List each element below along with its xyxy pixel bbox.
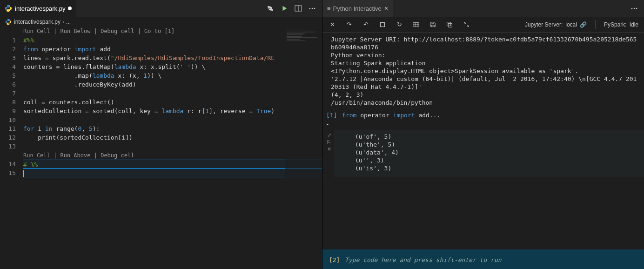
cell-1[interactable]: [1] ▸ from operator import add...: [322, 109, 644, 130]
interactive-input[interactable]: [2] Type code here and press shift-enter…: [322, 249, 644, 269]
codelens-top[interactable]: Run Cell | Run Below | Debug cell | Go t…: [23, 27, 322, 36]
editor-tab[interactable]: interactivespark.py: [0, 0, 76, 17]
svg-point-8: [634, 8, 635, 9]
interactive-tabbar: ≡ Python Interactive ×: [322, 0, 644, 17]
expand-icon[interactable]: [462, 20, 470, 29]
svg-rect-15: [447, 22, 451, 26]
interactive-pane: ≡ Python Interactive × ✕ ↷ ↶ ↻ Jupyter S…: [322, 0, 644, 269]
input-placeholder: Type code here and press shift-enter to …: [345, 256, 502, 263]
svg-point-0: [7, 6, 7, 6]
python-file-icon: [5, 5, 12, 12]
minimap[interactable]: [285, 27, 322, 269]
svg-rect-16: [448, 23, 452, 27]
svg-point-1: [9, 10, 9, 11]
svg-point-7: [631, 8, 633, 9]
breadcrumb-file: interactivespark.py: [14, 19, 60, 25]
editor-tab-actions: [266, 4, 322, 13]
svg-point-6: [314, 8, 315, 9]
svg-rect-11: [413, 22, 419, 27]
interactive-tab[interactable]: ≡ Python Interactive ×: [322, 0, 393, 17]
editor-tabbar: interactivespark.py: [0, 0, 322, 17]
input-prompt: [2]: [329, 256, 345, 263]
close-icon[interactable]: ×: [384, 5, 388, 12]
svg-point-4: [309, 8, 311, 9]
interactive-output: Jupyter Server URI: http://localhost:888…: [322, 33, 644, 109]
cancel-icon[interactable]: ✕: [328, 20, 336, 29]
svg-point-5: [312, 8, 313, 9]
restart-icon[interactable]: ↻: [395, 20, 403, 29]
editor-pane: interactivespark.py interactivespark.py …: [0, 0, 322, 269]
pyspark-status[interactable]: PySpark: Idle: [604, 21, 638, 28]
undo-icon[interactable]: ↶: [362, 20, 370, 29]
line-gutter: 1 2 3 4 5 6 7 8 9 10 11 12 13 14 15: [0, 27, 23, 269]
goto-code-icon[interactable]: ⤢: [327, 132, 334, 139]
codelens-bottom[interactable]: Run Cell | Run Above | Debug cell: [23, 151, 322, 160]
output-line: '2.7.12 |Anaconda custom (64-bit)| (defa…: [331, 75, 637, 91]
code-body[interactable]: Run Cell | Run Below | Debug cell | Go t…: [23, 27, 322, 269]
more-actions-icon[interactable]: [308, 4, 316, 13]
breadcrumb[interactable]: interactivespark.py › ...: [0, 17, 322, 27]
cell-prompt: [1] ▸: [326, 111, 342, 128]
split-editor-icon[interactable]: [294, 4, 302, 13]
jupyter-server-status[interactable]: Jupyter Server: local 🔗: [525, 21, 587, 28]
link-icon: 🔗: [580, 21, 587, 28]
output-line: Jupyter Server URI: http://localhost:888…: [331, 35, 637, 51]
interactive-tab-label: Python Interactive: [333, 5, 382, 12]
output-line: Python version:: [331, 51, 637, 59]
variables-icon[interactable]: [412, 20, 420, 29]
output-line: <IPython.core.display.HTML object>SparkS…: [331, 67, 637, 75]
editor-tab-label: interactivespark.py: [15, 5, 65, 12]
cell-code: from operator import add...: [342, 111, 637, 119]
compare-changes-icon[interactable]: [266, 4, 275, 13]
export-icon[interactable]: [445, 20, 454, 29]
code-editor[interactable]: 1 2 3 4 5 6 7 8 9 10 11 12 13 14 15 Run …: [0, 27, 322, 269]
python-file-icon: [5, 18, 12, 26]
chevron-right-icon[interactable]: ▸: [326, 121, 329, 127]
interactive-toolbar: ✕ ↷ ↶ ↻ Jupyter Server: local 🔗 PySpark:…: [322, 17, 644, 33]
stop-icon[interactable]: [378, 20, 387, 29]
output-line: (4, 2, 3): [331, 91, 637, 99]
save-icon[interactable]: [429, 20, 437, 29]
hamburger-icon: ≡: [327, 5, 330, 12]
svg-rect-10: [381, 22, 385, 27]
breadcrumb-trail: ...: [66, 19, 71, 25]
delete-cell-icon[interactable]: ✕: [327, 146, 334, 153]
cell-1-output: (u'of', 5) (u'the', 5) (u'data', 4) (u''…: [334, 130, 644, 177]
dirty-indicator-icon: [68, 7, 72, 10]
chevron-right-icon: ›: [62, 19, 64, 25]
output-line: Starting Spark application: [331, 59, 637, 67]
output-line: /usr/bin/anaconda/bin/python: [331, 99, 637, 107]
run-icon[interactable]: [280, 4, 288, 13]
redo-icon[interactable]: ↷: [345, 20, 353, 29]
svg-point-9: [636, 8, 637, 9]
more-actions-icon[interactable]: [630, 4, 638, 13]
copy-icon[interactable]: ⎘: [327, 139, 334, 146]
